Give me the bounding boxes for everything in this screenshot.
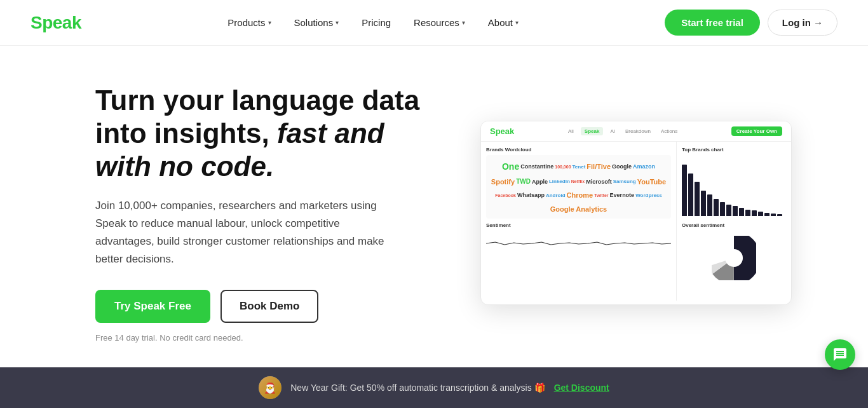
nav-links: Products ▾ Solutions ▾ Pricing Resources… <box>219 12 527 33</box>
hero-section: Turn your language data into insights, f… <box>0 46 868 381</box>
bar <box>752 210 757 216</box>
bar <box>688 173 693 217</box>
bar <box>733 206 738 216</box>
pie-chart <box>712 236 756 280</box>
bar <box>720 202 725 217</box>
dashboard-create-button[interactable]: Create Your Own <box>731 126 782 136</box>
bar <box>682 165 687 216</box>
bottom-bar-avatar: 🎅 <box>259 376 281 399</box>
bar <box>695 182 700 216</box>
dashboard-nav: All Speak AI Breakdown Actions <box>565 127 681 135</box>
sentiment-section: Sentiment <box>486 219 671 256</box>
login-button[interactable]: Log in → <box>768 10 837 36</box>
barchart-title: Top Brands chart <box>682 147 786 153</box>
dashboard-topbar: Speak All Speak AI Breakdown Actions Cre… <box>481 121 791 142</box>
overall-sentiment-title: Overall sentiment <box>682 222 786 228</box>
bar <box>758 212 763 216</box>
sentiment-title: Sentiment <box>486 222 671 228</box>
chevron-down-icon: ▾ <box>336 19 339 26</box>
nav-solutions[interactable]: Solutions ▾ <box>285 12 348 33</box>
dashboard-body: Brands Wordcloud One Constantine 100,000… <box>481 142 791 301</box>
hero-description: Join 10,000+ companies, researchers and … <box>95 197 388 268</box>
chevron-down-icon: ▾ <box>268 19 271 26</box>
dashboard-left-panel: Brands Wordcloud One Constantine 100,000… <box>481 142 677 301</box>
hero-title: Turn your language data into insights, f… <box>95 84 426 183</box>
wordcloud-title: Brands Wordcloud <box>486 147 671 153</box>
hero-buttons: Try Speak Free Book Demo <box>95 290 426 323</box>
dashboard-logo: Speak <box>490 126 514 136</box>
book-demo-button[interactable]: Book Demo <box>220 290 318 323</box>
hero-text: Turn your language data into insights, f… <box>95 84 426 343</box>
svg-point-2 <box>716 240 752 276</box>
bar <box>701 191 706 217</box>
nav-about[interactable]: About ▾ <box>479 12 527 33</box>
brand-logo[interactable]: Speak <box>31 13 81 33</box>
nav-pricing[interactable]: Pricing <box>353 12 400 33</box>
bottom-bar: 🎅 New Year Gift: Get 50% off automatic t… <box>0 367 868 408</box>
chevron-down-icon: ▾ <box>462 19 465 26</box>
bar <box>714 199 719 216</box>
bar <box>726 205 731 216</box>
nav-actions: Start free trial Log in → <box>665 10 837 36</box>
nav-products[interactable]: Products ▾ <box>219 12 280 33</box>
bar <box>739 208 744 217</box>
bar <box>707 194 712 216</box>
navbar: Speak Products ▾ Solutions ▾ Pricing Res… <box>0 0 868 46</box>
dashboard-right-panel: Top Brands chart Overall sentiment <box>677 142 791 301</box>
try-speak-free-button[interactable]: Try Speak Free <box>95 290 210 323</box>
sentiment-chart <box>486 231 671 256</box>
pie-chart-container <box>682 231 786 285</box>
bar-chart <box>682 155 786 219</box>
start-free-trial-button[interactable]: Start free trial <box>665 10 760 36</box>
chat-button[interactable] <box>825 339 855 370</box>
hero-note: Free 14 day trial. No credit card needed… <box>95 333 426 343</box>
bar <box>764 213 770 216</box>
wordcloud: One Constantine 100,000 Tenet Fil/Tive G… <box>486 155 671 219</box>
get-discount-link[interactable]: Get Discount <box>554 383 609 393</box>
bar <box>771 214 776 217</box>
bar <box>777 214 782 217</box>
chat-icon <box>832 347 848 362</box>
dashboard-preview: Speak All Speak AI Breakdown Actions Cre… <box>480 121 792 305</box>
bottom-bar-text: New Year Gift: Get 50% off automatic tra… <box>290 383 545 393</box>
nav-resources[interactable]: Resources ▾ <box>405 12 474 33</box>
chevron-down-icon: ▾ <box>515 19 519 26</box>
bar <box>745 210 750 217</box>
hero-visual: Speak All Speak AI Breakdown Actions Cre… <box>480 121 792 305</box>
